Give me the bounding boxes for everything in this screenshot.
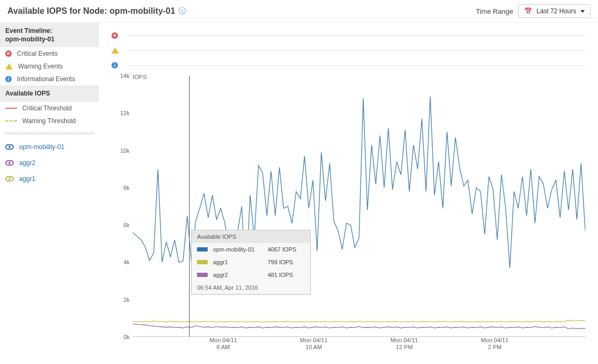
critical-threshold-swatch — [5, 108, 17, 109]
legend-warning: Warning Events — [0, 60, 99, 73]
tooltip-swatch — [197, 260, 208, 264]
object-link[interactable]: opm-mobility-01 — [19, 143, 64, 151]
chevron-down-icon — [580, 10, 585, 13]
object-row-aggr1[interactable]: aggr1 — [0, 171, 99, 187]
object-row-node[interactable]: opm-mobility-01 — [0, 139, 99, 155]
calendar-icon: 📅 — [524, 7, 532, 15]
event-timeline-label: Event Timeline: — [5, 27, 93, 35]
tooltip-swatch — [197, 273, 208, 277]
page-title-node: opm-mobility-01 — [109, 6, 175, 15]
time-range-label: Time Range — [476, 7, 513, 15]
available-iops-header: Available IOPS — [0, 85, 99, 101]
time-range-value: Last 72 Hours — [536, 7, 576, 15]
object-row-aggr2[interactable]: aggr2 — [0, 155, 99, 171]
object-link[interactable]: aggr1 — [19, 175, 36, 183]
legend-warning-label: Warning Events — [18, 63, 63, 70]
critical-icon: ✕ — [5, 50, 12, 57]
warning-threshold-label: Warning Threshold — [22, 117, 76, 125]
help-icon[interactable]: ⓘ — [178, 6, 186, 16]
page-title-prefix: Available IOPS for Node: — [7, 6, 109, 15]
legend-info: i Informational Events — [0, 73, 99, 85]
time-range-button[interactable]: 📅 Last 72 Hours — [518, 4, 591, 18]
tooltip-header: Available IOPS — [192, 230, 310, 243]
info-lane-icon: i — [112, 62, 118, 68]
tooltip-name: aggr2 — [213, 272, 262, 278]
y-tick: 0k — [123, 334, 130, 340]
info-icon: i — [5, 76, 12, 82]
eye-icon — [5, 144, 14, 150]
tooltip-name: aggr1 — [213, 259, 262, 265]
chart-tooltip: Available IOPS opm-mobility-01 4067 IOPS… — [191, 230, 311, 294]
warning-lane-icon — [112, 47, 119, 54]
tooltip-value: 799 IOPS — [268, 259, 305, 265]
eye-icon — [5, 160, 14, 166]
critical-threshold-label: Critical Threshold — [22, 105, 72, 112]
critical-threshold-legend: Critical Threshold — [0, 102, 99, 115]
legend-critical-label: Critical Events — [17, 50, 58, 57]
y-tick: 10k — [120, 148, 130, 154]
warning-threshold-legend: Warning Threshold — [0, 115, 99, 127]
tooltip-time: 06:54 AM, Apr 11, 2016 — [192, 281, 310, 294]
tooltip-row: opm-mobility-01 4067 IOPS — [192, 243, 310, 256]
tooltip-value: 4067 IOPS — [268, 246, 305, 253]
object-link[interactable]: aggr2 — [19, 159, 36, 167]
legend-info-label: Informational Events — [17, 75, 75, 83]
event-timeline-node: opm-mobility-01 — [5, 35, 93, 44]
y-tick: 14k — [120, 73, 130, 79]
y-tick: 4k — [123, 259, 130, 265]
legend-critical: ✕ Critical Events — [0, 47, 99, 60]
eye-icon — [5, 176, 14, 181]
tooltip-row: aggr1 799 IOPS — [192, 256, 310, 268]
y-tick: 2k — [123, 297, 130, 303]
y-tick: 6k — [123, 222, 130, 228]
tooltip-row: aggr2 481 IOPS — [192, 268, 310, 281]
x-tick: Mon 04/1112 PM — [390, 337, 418, 350]
x-tick: Mon 04/112 PM — [481, 337, 509, 350]
x-tick: Mon 04/118 AM — [209, 337, 237, 350]
x-tick: Mon 04/1110 AM — [300, 337, 328, 350]
event-timeline-header: Event Timeline: opm-mobility-01 — [0, 23, 99, 47]
chart[interactable]: 0k2k4k6k8k10k12k14k IOPS Mon 04/118 AMMo… — [112, 76, 585, 349]
warning-icon — [5, 63, 13, 70]
critical-lane-icon: ✕ — [112, 32, 118, 39]
warning-threshold-swatch — [5, 120, 17, 122]
tooltip-swatch — [197, 247, 208, 252]
page-title: Available IOPS for Node: opm-mobility-01 — [7, 6, 175, 16]
y-tick: 12k — [120, 110, 130, 116]
y-tick: 8k — [123, 185, 130, 191]
tooltip-name: opm-mobility-01 — [213, 246, 262, 253]
sidebar-separator — [4, 132, 95, 135]
tooltip-value: 481 IOPS — [268, 272, 305, 278]
